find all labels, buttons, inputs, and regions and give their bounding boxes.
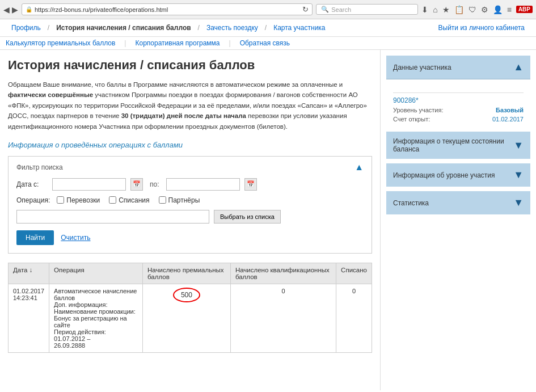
filter-toggle-button[interactable]: ▲ [354,162,364,172]
filter-header: Фильтр поиска ▲ [16,162,364,172]
clear-button[interactable]: Очистить [61,234,90,242]
subnav-calculator[interactable]: Калькулятор премиальных баллов [6,39,115,47]
lock-icon: 🔒 [26,6,32,12]
info-text-bold2: 30 (тридцати) дней после даты начала [121,112,246,119]
sidebar-card-participant-body: 900286* Уровень участия: Базовый Счет от… [386,79,530,127]
user-id: 900286* [393,96,524,104]
results-table: Дата ↓ Операция Начислено премиальных ба… [8,263,372,353]
sidebar-card-statistics: Статистика ▼ [386,191,530,214]
col-date[interactable]: Дата ↓ [9,263,49,284]
select-input[interactable] [16,210,209,224]
page-title: История начисления / списания баллов [8,58,372,73]
level-label: Уровень участия: [393,107,443,113]
nav-trip[interactable]: Зачесть поездку [201,19,264,36]
sidebar-card-statistics-icon: ▼ [513,197,524,209]
url-bar[interactable]: 🔒 https://rzd-bonus.ru/privateoffice/ope… [22,3,313,15]
date-from-input[interactable] [52,178,126,191]
subnav-feedback[interactable]: Обратная связь [240,39,290,47]
date-from-label: Дата с: [16,180,48,188]
filter-box: Фильтр поиска ▲ Дата с: 📅 по: 📅 Операция… [8,156,372,254]
account-label: Счет открыт: [393,116,430,123]
puzzle-icon[interactable]: ⚙ [481,5,488,14]
date-to-calendar-button[interactable]: 📅 [244,178,257,191]
operation-filter-row: Операция: Перевозки Списания Партнёры [16,196,364,204]
brand-icon: ABP [516,6,533,13]
sidebar-card-participant-title: Данные участника [393,64,451,71]
sidebar-card-statistics-header[interactable]: Статистика ▼ [386,191,530,214]
star-icon[interactable]: ★ [442,5,450,14]
nav-separator-1: / [47,24,50,32]
nav-card[interactable]: Карта участника [268,19,331,36]
home-icon[interactable]: ⌂ [433,5,437,14]
sidebar: Данные участника ▲ 900286* Уровень участ… [380,50,536,390]
find-button[interactable]: Найти [16,230,54,245]
main-nav: Профиль / История начисления / списания … [0,19,536,37]
page-layout: История начисления / списания баллов Обр… [0,50,536,390]
url-text: https://rzd-bonus.ru/privateoffice/opera… [35,6,300,13]
level-row: Уровень участия: Базовый [393,107,524,113]
user-icon[interactable]: 👤 [493,5,503,14]
sidebar-card-balance-title: Информация о текущем состоянии баланса [393,137,513,153]
search-icon: 🔍 [321,6,329,13]
user-name-blank [393,84,524,93]
cell-date: 01.02.2017 14:23:41 [9,284,49,352]
sidebar-card-level-icon: ▼ [513,169,524,181]
shield-icon[interactable]: 🛡 [469,5,476,14]
col-qualification: Начислено квалификационных баллов [230,263,336,284]
section-title: Информация о проведённых операциях с бал… [8,141,372,149]
nav-profile[interactable]: Профиль [6,19,47,36]
nav-history[interactable]: История начисления / списания баллов [50,19,196,36]
subnav-corporate[interactable]: Корпоративная программа [135,39,220,47]
date-separator: по: [147,180,162,188]
browser-bar: ◀ ▶ 🔒 https://rzd-bonus.ru/privateoffice… [0,0,536,19]
sub-nav: Калькулятор премиальных баллов | Корпора… [0,37,536,50]
table-header-row: Дата ↓ Операция Начислено премиальных ба… [9,263,372,284]
table-row: 01.02.2017 14:23:41 Автоматическое начис… [9,284,372,352]
sidebar-card-participant-icon: ▲ [513,61,524,73]
info-paragraph: Обращаем Ваше внимание, что баллы в Прог… [8,79,372,132]
nav-separator-2: / [197,24,201,32]
filter-title: Фильтр поиска [16,163,63,171]
download-icon[interactable]: ⬇ [421,5,428,14]
checkbox-transport[interactable] [57,196,64,204]
checkbox-writeoff-label: Списания [109,196,149,204]
sidebar-card-balance: Информация о текущем состоянии баланса ▼ [386,132,530,159]
date-to-input[interactable] [166,178,240,191]
checkbox-writeoff[interactable] [109,196,116,204]
col-operation: Операция [49,263,143,284]
menu-icon[interactable]: ≡ [507,5,512,14]
sidebar-card-balance-icon: ▼ [513,140,524,151]
account-row: Счет открыт: 01.02.2017 [393,116,524,123]
checkbox-partners[interactable] [159,196,166,204]
sidebar-card-level-title: Информация об уровне участия [393,171,495,179]
sidebar-card-participant: Данные участника ▲ 900286* Уровень участ… [386,56,530,127]
bookmark-icon[interactable]: 📋 [454,5,464,14]
select-from-list-button[interactable]: Выбрать из списка [214,210,281,224]
cell-qualification: 0 [230,284,336,352]
operation-label: Операция: [16,196,50,204]
checkbox-partners-label: Партнёры [159,196,200,204]
back-icon[interactable]: ◀ [3,5,10,14]
sidebar-card-statistics-title: Статистика [393,199,429,207]
cell-operation: Автоматическое начисление баллов Доп. ин… [49,284,143,352]
browser-search[interactable]: 🔍 Search [316,4,418,15]
info-text-1: Обращаем Ваше внимание, что баллы в Прог… [8,81,343,88]
date-from-calendar-button[interactable]: 📅 [130,178,143,191]
refresh-button[interactable]: ↻ [302,5,309,14]
cell-premium: 500 [143,284,231,352]
main-content: История начисления / списания баллов Обр… [0,50,380,390]
sidebar-card-balance-header[interactable]: Информация о текущем состоянии баланса ▼ [386,132,530,159]
nav-separator-3: / [264,24,268,32]
browser-nav-icons: ◀ ▶ [3,5,18,14]
col-writeoff: Списано [336,263,372,284]
sidebar-card-participant-header[interactable]: Данные участника ▲ [386,56,530,79]
checkbox-transport-label: Перевозки [57,196,100,204]
sidebar-card-level: Информация об уровне участия ▼ [386,163,530,187]
search-placeholder: Search [331,6,351,13]
premium-value: 500 [173,288,200,302]
forward-icon[interactable]: ▶ [12,5,18,14]
sidebar-card-level-header[interactable]: Информация об уровне участия ▼ [386,163,530,187]
browser-action-icons: ⬇ ⌂ ★ 📋 🛡 ⚙ 👤 ≡ ABP [421,5,533,14]
cell-writeoff: 0 [336,284,372,352]
logout-link[interactable]: Выйти из личного кабинета [433,19,530,36]
